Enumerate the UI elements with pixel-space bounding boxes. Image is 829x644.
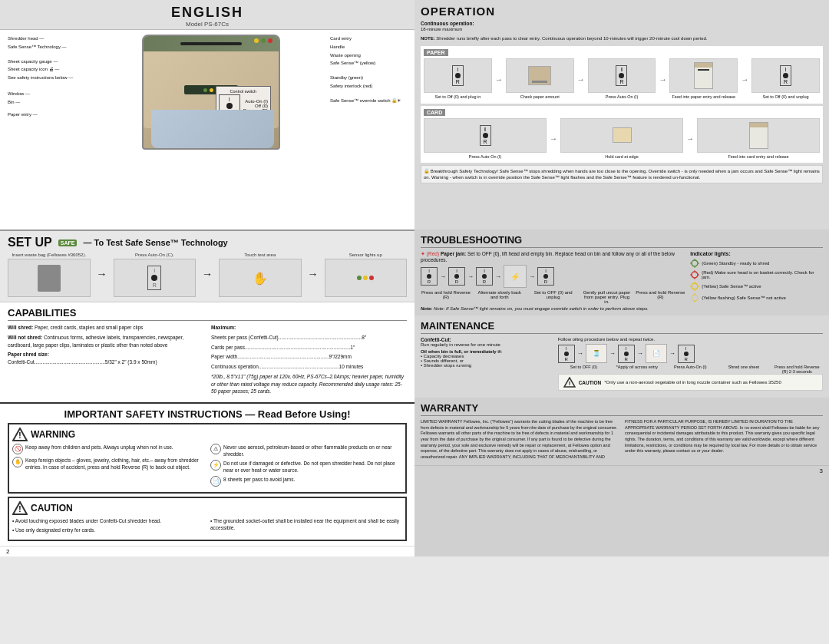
page-title: ENGLISH — [0, 5, 414, 21]
paper-step-4: Feed into paper entry and release — [669, 58, 738, 100]
setup-step-4-label: Sensor lights up — [325, 253, 408, 257]
ir-dot — [226, 103, 233, 109]
maint-arrow-1: → — [577, 350, 583, 357]
paper-step-4-img — [669, 58, 738, 93]
label-shredder-head: Shredder head — — [8, 35, 92, 43]
maintenance-left: Confetti-Cut: Run regularly in reverse f… — [421, 337, 553, 393]
maintenance-title: MAINTENANCE — [421, 320, 823, 334]
maint-dot-2 — [624, 352, 629, 356]
card-dot-1 — [483, 133, 488, 138]
maintenance-content: Confetti-Cut: Run regularly in reverse f… — [421, 337, 823, 393]
setup-steps: Insert waste bag (Fellowes #36052). → Pr… — [8, 253, 407, 297]
card-arrow-1: → — [550, 134, 557, 143]
child-warning-icon: 🚫 — [12, 444, 23, 454]
maint-label-4: Shred one sheet — [718, 365, 769, 374]
arrow-3: → — [659, 75, 666, 84]
step-dot — [455, 73, 461, 78]
warning-item-3: ⚠ Never use aerosol, petroleum-based or … — [210, 444, 402, 457]
paper-step-3: I R Press Auto-On (I) — [588, 58, 656, 100]
ts-label-5: Press and hold Reverse (R) — [635, 290, 685, 304]
caution-item-3: • The grounded socket-outlet shall be in… — [210, 517, 402, 531]
ts-dot-4 — [543, 274, 548, 279]
ts-ir-3: I R — [476, 267, 493, 286]
maintenance-right: Follow oiling procedure below and repeat… — [558, 337, 823, 393]
continuous-op-text: 18-minute maximum — [421, 26, 823, 33]
follow-oiling: Follow oiling procedure below and repeat… — [558, 337, 823, 342]
paper-jam-heading: ✦ (Red) Paper jam: Set to OFF (0), lift … — [421, 251, 685, 263]
card-step-3-img — [697, 118, 820, 153]
setup-subtitle: — To Test Safe Sense™ Technology — [83, 238, 227, 247]
maint-step-labels: Set to OFF (0) *Apply oil across entry P… — [558, 365, 823, 374]
paper-width: Paper width.............................… — [211, 353, 407, 361]
ts-label-1: Press and hold Reverse (R) — [421, 290, 471, 304]
capabilities-content: Will shred: Paper, credit cards, staples… — [8, 324, 407, 398]
setup-step-1-img — [8, 259, 91, 297]
safe-note-text: Breakthrough Safety Technology! Safe Sen… — [424, 169, 820, 180]
card-step-2: Hold card at edge — [560, 118, 683, 160]
op-note: NOTE: Shredder runs briefly after each p… — [421, 35, 823, 41]
paper-step-2-label: Check paper amount — [506, 94, 574, 100]
setup-arrow-2: → — [202, 253, 213, 280]
warning-triangle-icon: ! — [12, 428, 28, 441]
diagram-area: Shredder head — Safe Sense™ Technology —… — [0, 30, 414, 230]
bottom-right-col: TROUBLESHOOTING ✦ (Red) Paper jam: Set t… — [414, 230, 829, 556]
svg-text:!: ! — [18, 431, 21, 440]
indicator-lights: (Green) Standby - ready to shred (Red) M… — [690, 259, 823, 302]
yellow-sun-icon — [690, 282, 699, 291]
maint-arrow-4: → — [669, 350, 675, 357]
safety-title: IMPORTANT SAFETY INSTRUCTIONS — Read Bef… — [8, 408, 407, 420]
middle-section: SET UP SAFE — To Test Safe Sense™ Techno… — [0, 230, 829, 556]
shredder-paper-slot — [180, 42, 242, 45]
operation-title: OPERATION — [421, 5, 823, 18]
paper-operation: PAPER I R — [421, 46, 823, 103]
setup-step-4: Sensor lights up — [325, 253, 408, 297]
sheets-icon: 📄 — [210, 476, 221, 487]
label-standby-green: Standby (green) — [330, 74, 407, 82]
label-safety-interlock: Safety interlock (red) — [330, 82, 407, 91]
caution-triangle-icon: ! — [12, 501, 28, 515]
setup-header: SET UP SAFE — To Test Safe Sense™ Techno… — [8, 236, 407, 249]
indicator-lights-title: Indicator lights: — [690, 251, 823, 256]
capabilities-title: CAPABILITIES — [8, 307, 407, 321]
will-not-shred: Will not shred: Continuous forms, adhesi… — [8, 334, 203, 349]
left-column: ENGLISH Model PS-67Cs Shredder head — Sa… — [0, 0, 414, 230]
sensor-dot-red — [369, 276, 374, 280]
indicator-yellow-flash: (Yellow flashing) Safe Sense™ not active — [690, 293, 823, 302]
card-arrow-2: → — [686, 134, 694, 143]
diagram-right-labels: Card entry Handle Waste opening Safe Sen… — [330, 35, 407, 105]
warranty-left-text: LIMITED WARRANTY Fellowes, Inc. ("Fellow… — [421, 419, 619, 461]
safe-badge: SAFE — [58, 239, 78, 246]
setup-section: SET UP SAFE — To Test Safe Sense™ Techno… — [0, 230, 414, 302]
paper-step-1-img: I R — [424, 58, 492, 93]
caution-footer-icon: ! — [563, 377, 576, 388]
ts-left-col: ✦ (Red) Paper jam: Set to OFF (0), lift … — [421, 251, 685, 311]
label-sheet-icon: Sheet capacity icon 🖨 — — [8, 65, 92, 74]
standby-green-indicator — [261, 38, 266, 43]
continuous-op-block: Continuous operation: 18-minute maximum … — [421, 21, 823, 43]
ts-arrow-2: → — [467, 273, 474, 280]
green-indicator-text: (Green) Standby - ready to shred — [702, 261, 769, 266]
ts-arrow-1: → — [440, 273, 446, 280]
indicator-red: (Red) Make sure head is on basket correc… — [690, 270, 823, 279]
arrow-2: → — [577, 75, 585, 84]
card-operation: CARD I R — [421, 106, 823, 163]
diagram-left-labels: Shredder head — Safe Sense™ Technology —… — [8, 35, 92, 118]
card-steps-row: I R Press Auto-On (I) → — [424, 118, 820, 160]
yellow-flash-text: (Yellow flashing) Safe Sense™ not active — [702, 296, 786, 300]
card-icon — [613, 127, 632, 143]
ts-ir-4: I R — [537, 267, 554, 286]
caution-text-2: • Use only designated entry for cards. — [12, 527, 95, 533]
setup-step-2: Press Auto-On (C). I R — [114, 253, 197, 297]
paper-step-1-label: Set to Off (0) and plug in — [424, 94, 492, 100]
paper-step-5-label: Set to Off (0) and unplug — [751, 94, 820, 100]
disp-dot-yellow — [210, 88, 213, 92]
capabilities-left: Will shred: Paper, credit cards, staples… — [8, 324, 203, 398]
paper-step-2-img — [506, 58, 574, 93]
paper-step-1: I R Set to Off (0) and plug in — [424, 58, 492, 100]
ts-dot-2 — [454, 274, 459, 279]
label-card-entry: Card entry — [330, 35, 407, 43]
warning-right-col: ⚠ Never use aerosol, petroleum-based or … — [210, 444, 402, 489]
green-sun-icon — [690, 259, 699, 268]
card-step-3: Feed into card entry and release — [697, 118, 820, 160]
setup-arrow-1: → — [97, 253, 107, 280]
